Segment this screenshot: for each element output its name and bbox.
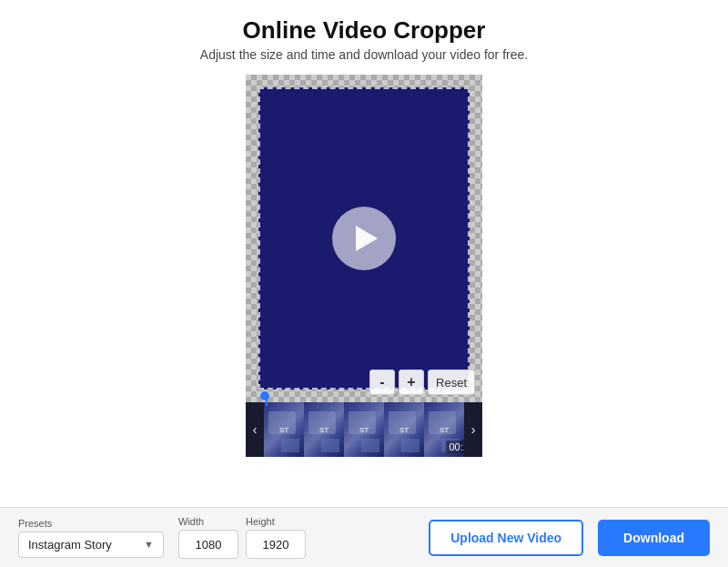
frame-label: ST	[440, 426, 449, 434]
list-item: ST	[264, 402, 304, 457]
frame-label: ST	[399, 426, 409, 434]
frame-label: ST	[279, 426, 288, 434]
width-label: Width	[178, 516, 238, 527]
timeline[interactable]: ‹ ST ST ST	[246, 402, 482, 457]
video-canvas: - + Reset	[246, 75, 482, 402]
download-button[interactable]: Download	[598, 520, 710, 556]
list-item: ST	[384, 402, 424, 457]
width-input[interactable]	[178, 530, 238, 559]
bottom-bar: Presets Instagram Story ▼ Width Height U…	[0, 507, 728, 567]
presets-label: Presets	[18, 518, 164, 529]
preset-select[interactable]: Instagram Story ▼	[18, 532, 164, 558]
zoom-minus-button[interactable]: -	[369, 370, 395, 395]
video-container: - + Reset ‹ ST ST	[246, 75, 482, 457]
preset-value: Instagram Story	[28, 538, 112, 552]
page-subtitle: Adjust the size and time and download yo…	[0, 47, 728, 62]
zoom-plus-button[interactable]: +	[399, 370, 424, 395]
list-item: ST	[344, 402, 384, 457]
height-group: Height	[246, 516, 306, 559]
timeline-next-button[interactable]: ›	[464, 402, 482, 457]
page-header: Online Video Cropper Adjust the size and…	[0, 0, 728, 66]
upload-new-video-button[interactable]: Upload New Video	[429, 520, 583, 556]
scrubber-dot	[260, 391, 269, 400]
height-label: Height	[246, 516, 306, 527]
list-item: ST	[304, 402, 344, 457]
chevron-down-icon: ▼	[144, 539, 154, 550]
crop-area	[258, 87, 470, 390]
dimensions-row: Width Height	[178, 516, 306, 559]
frame-label: ST	[319, 426, 329, 434]
timeline-prev-button[interactable]: ‹	[246, 402, 264, 457]
scrubber-line	[266, 395, 268, 406]
page-title: Online Video Cropper	[0, 16, 728, 45]
frame-visual: ST	[384, 402, 424, 457]
reset-button[interactable]: Reset	[428, 370, 475, 395]
frame-label: ST	[359, 426, 369, 434]
timeline-frames: ST ST ST ST	[264, 402, 464, 457]
width-group: Width	[178, 516, 238, 559]
height-input[interactable]	[246, 530, 306, 559]
frame-visual: ST	[264, 402, 304, 457]
frame-visual: ST	[304, 402, 344, 457]
preset-group: Presets Instagram Story ▼	[18, 518, 164, 558]
play-button[interactable]	[332, 207, 396, 270]
frame-visual: ST	[344, 402, 384, 457]
timeline-wrapper: ‹ ST ST ST	[246, 402, 482, 457]
zoom-controls: - + Reset	[369, 370, 475, 395]
